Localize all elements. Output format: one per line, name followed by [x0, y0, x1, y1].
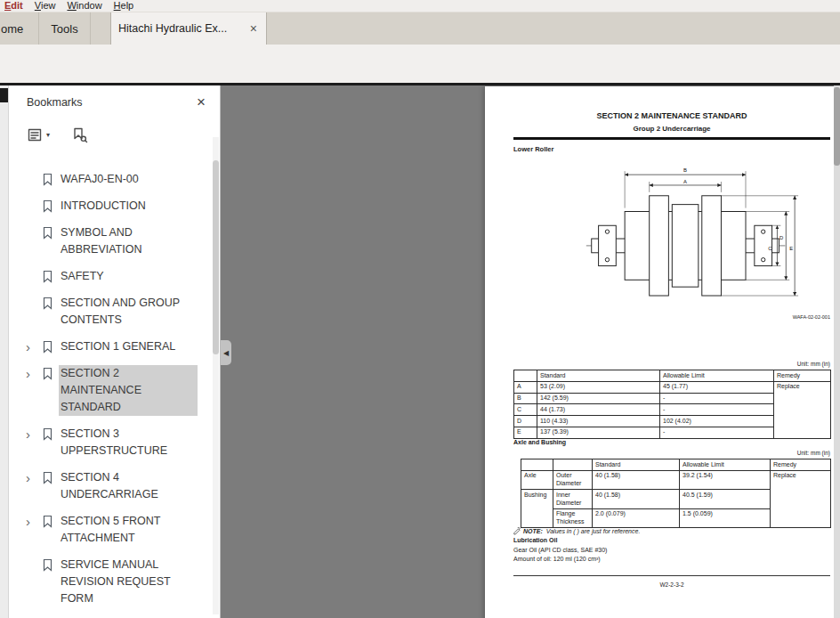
header-rule [513, 137, 830, 140]
menu-help[interactable]: Help [114, 0, 134, 12]
bookmark-label[interactable]: SERVICE MANUAL REVISION REQUEST FORM [59, 557, 198, 607]
bookmarks-panel-header: Bookmarks × [9, 85, 220, 121]
tab-home-partial[interactable]: ome [0, 12, 39, 45]
bookmark-item[interactable]: SERVICE MANUAL REVISION REQUEST FORM [9, 557, 220, 607]
menu-bar: Edit View Window Help [0, 0, 840, 12]
table-cell: 2.0 (0.079) [593, 508, 680, 528]
table-cell: 110 (4.33) [537, 416, 660, 427]
menu-view[interactable]: View [35, 0, 56, 12]
table-cell: - [660, 393, 774, 404]
tab-document-label: Hitachi Hydraulic Ex... [118, 22, 227, 35]
table-header: Remedy [771, 459, 831, 471]
note-line: NOTE: Values in ( ) are just for referen… [513, 526, 830, 535]
note-text: Values in ( ) are just for reference. [546, 528, 641, 534]
bookmark-label[interactable]: SECTION 3 UPPERSTRUCTURE [59, 426, 198, 459]
lubrication-title: Lubrication Oil [513, 537, 830, 543]
axle-bushing-title: Axle and Bushing [513, 439, 830, 445]
bookmark-label[interactable]: SECTION 2 MAINTENANCE STANDARD [59, 365, 198, 416]
toolbar: / 378 46.7% ▾ [0, 45, 840, 85]
bookmark-item[interactable]: SAFETY [9, 268, 220, 285]
pencil-note-icon [513, 526, 521, 535]
close-tab-icon[interactable]: × [248, 22, 259, 35]
table-header: Remedy [774, 370, 831, 382]
close-panel-icon[interactable]: × [197, 94, 206, 111]
bookmarks-list: WAFAJ0-EN-00 INTRODUCTION SYMBOL AND ABB… [9, 171, 220, 617]
panel-collapse-handle[interactable]: ◀ [221, 340, 231, 365]
bookmark-icon [42, 515, 53, 528]
tab-tools[interactable]: Tools [39, 12, 91, 45]
chevron-right-icon[interactable]: › [24, 426, 42, 443]
table-row: A 53 (2.09) 45 (1.77) Replace [514, 381, 831, 393]
panel-scrollbar[interactable] [213, 137, 219, 614]
lower-roller-diagram: B A C D E [576, 161, 804, 320]
tab-document-active[interactable]: Hitachi Hydraulic Ex... × [110, 12, 267, 45]
table-cell: A [514, 381, 537, 393]
bookmark-item-selected[interactable]: › SECTION 2 MAINTENANCE STANDARD [9, 365, 220, 416]
menu-window[interactable]: Window [67, 0, 101, 12]
dim-label-b: B [683, 167, 687, 173]
bookmark-label[interactable]: SYMBOL AND ABBREVIATION [59, 224, 198, 258]
table-header [514, 370, 537, 382]
table-cell: Inner Diameter [553, 490, 593, 509]
axle-bushing-table: Standard Allowable Limit Remedy Axle Out… [521, 459, 831, 528]
bookmark-item[interactable]: › SECTION 1 GENERAL [9, 338, 220, 355]
chevron-right-icon[interactable]: › [24, 469, 42, 486]
bookmark-icon [42, 173, 53, 186]
table-cell: D [514, 416, 537, 427]
bookmarks-panel-title: Bookmarks [27, 96, 83, 109]
bookmark-item[interactable]: › SECTION 4 UNDERCARRIAGE [9, 469, 220, 503]
menu-edit[interactable]: Edit [4, 0, 23, 12]
acrobat-window: Edit View Window Help ome Tools Hitachi … [0, 0, 840, 618]
table-cell: B [514, 393, 537, 404]
table-header: Allowable Limit [660, 370, 774, 382]
bookmark-options-button[interactable]: ▾ [27, 126, 50, 143]
chevron-right-icon[interactable]: › [24, 338, 42, 355]
lubrication-line: Amount of oil: 120 ml (120 cm³) [513, 556, 830, 562]
table-cell: - [660, 427, 774, 438]
bookmark-label[interactable]: SAFETY [59, 268, 198, 285]
table-cell: Bushing [521, 490, 553, 528]
table-header: Standard [537, 370, 660, 382]
unit-note: Unit: mm (in) [513, 361, 830, 367]
bookmark-label[interactable]: INTRODUCTION [59, 198, 198, 215]
bookmark-item[interactable]: › SECTION 3 UPPERSTRUCTURE [9, 426, 220, 459]
document-scrollbar-thumb[interactable] [834, 87, 840, 166]
tab-tools-label: Tools [51, 22, 77, 36]
document-scrollbar[interactable] [834, 85, 840, 618]
bookmark-item[interactable]: SYMBOL AND ABBREVIATION [9, 224, 220, 258]
table-cell: E [514, 427, 537, 438]
dim-label-a: A [683, 179, 687, 184]
table-cell: - [660, 404, 774, 416]
panel-scrollbar-thumb[interactable] [213, 160, 219, 354]
page-subtitle: Group 2 Undercarriage [513, 125, 830, 133]
table-cell: 44 (1.73) [537, 404, 660, 416]
bookmark-label[interactable]: SECTION 1 GENERAL [59, 338, 198, 355]
bookmark-settings-icon [71, 126, 88, 143]
bookmark-label[interactable]: WAFAJ0-EN-00 [59, 171, 198, 188]
bookmark-settings-button[interactable] [71, 126, 88, 143]
chevron-right-icon[interactable]: › [24, 365, 42, 382]
bookmark-label[interactable]: SECTION 5 FRONT ATTACHMENT [59, 513, 198, 547]
bookmark-icon [42, 226, 53, 240]
bookmark-item[interactable]: INTRODUCTION [9, 198, 220, 215]
bookmarks-pane-button[interactable] [0, 88, 8, 102]
bookmark-label[interactable]: SECTION 4 UNDERCARRIAGE [59, 469, 198, 503]
table-cell: 39.2 (1.54) [680, 470, 771, 490]
chevron-right-icon[interactable]: › [24, 513, 42, 530]
bookmark-item[interactable]: › SECTION 5 FRONT ATTACHMENT [9, 513, 220, 547]
options-list-icon [27, 126, 44, 143]
bookmark-icon [42, 558, 53, 572]
table-cell: Outer Diameter [553, 470, 593, 490]
table-cell: 40 (1.58) [593, 490, 680, 509]
bookmark-label[interactable]: SECTION AND GROUP CONTENTS [59, 295, 198, 329]
note-label: NOTE: [523, 528, 543, 534]
bookmark-icon [42, 427, 53, 441]
page-title: SECTION 2 MAINTENANCE STANDARD [513, 111, 830, 120]
bookmark-icon [42, 270, 53, 283]
tab-home-label: ome [1, 22, 23, 36]
bookmarks-panel-toolbar: ▾ [9, 125, 220, 155]
navigation-pane-strip [0, 85, 9, 618]
tab-bar: ome Tools Hitachi Hydraulic Ex... × [0, 12, 840, 45]
bookmark-item[interactable]: WAFAJ0-EN-00 [9, 171, 220, 188]
bookmark-item[interactable]: SECTION AND GROUP CONTENTS [9, 295, 220, 329]
